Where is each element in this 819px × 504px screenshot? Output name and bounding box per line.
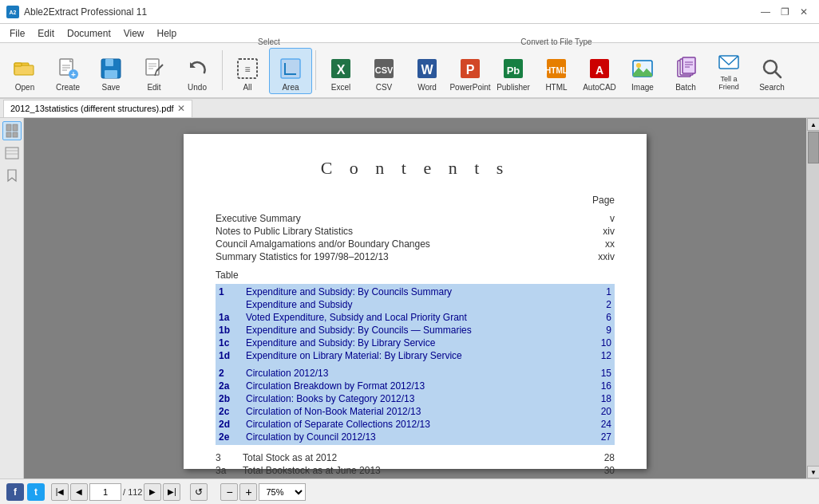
zoom-select[interactable]: 50% 75% 100% 125% 150% 200% — [259, 483, 306, 501]
toc-hi-row: 1 Expenditure and Subsidy: By Councils S… — [219, 285, 611, 298]
window-controls[interactable]: — ❐ ✕ — [757, 3, 813, 21]
toc-hi-page: 2 — [588, 299, 611, 310]
all-button[interactable]: ≡ All — [226, 48, 269, 94]
edit-button[interactable]: Edit — [133, 48, 176, 94]
tell-icon — [716, 50, 742, 74]
side-bookmark-button[interactable] — [2, 166, 22, 185]
batch-button[interactable]: Batch — [664, 48, 707, 94]
svg-rect-53 — [13, 132, 18, 137]
csv-icon: CSV — [371, 56, 397, 81]
toc-hi-text: Expenditure and Subsidy: By Councils Sum… — [243, 286, 588, 297]
svg-text:W: W — [421, 63, 433, 77]
undo-button[interactable]: Undo — [176, 48, 219, 94]
tab-bar: 2012_13statistics (different structures)… — [0, 99, 819, 118]
toc-hi-row: 2a Circulation Breakdown by Format 2012/… — [219, 380, 611, 392]
scroll-track[interactable] — [807, 131, 819, 466]
svg-rect-43 — [682, 57, 695, 73]
toc-row: Notes to Public Library Statistics xiv — [216, 225, 615, 238]
restore-button[interactable]: ❐ — [776, 3, 793, 21]
last-page-button[interactable]: ▶| — [163, 483, 180, 501]
toolbar: Open + Create — [0, 43, 819, 99]
facebook-button[interactable]: f — [6, 483, 24, 501]
excel-button[interactable]: X Excel — [319, 48, 362, 94]
image-button[interactable]: Image — [621, 48, 664, 94]
toc-hi-text: Circulation 2012/13 — [243, 368, 588, 379]
csv-button[interactable]: CSV CSV — [362, 48, 406, 94]
autocad-button[interactable]: A AutoCAD — [578, 48, 621, 94]
pdf-tab[interactable]: 2012_13statistics (different structures)… — [3, 100, 192, 117]
toc-section-table: Table — [216, 270, 615, 281]
toc-n-page: 32 — [583, 478, 615, 478]
undo-icon — [184, 56, 210, 81]
open-button[interactable]: Open — [3, 48, 46, 94]
svg-text:Pb: Pb — [507, 65, 520, 77]
toc-n-num: 3b — [216, 478, 239, 478]
side-pages-button[interactable] — [2, 121, 22, 140]
toc-hi-num: 2e — [219, 431, 243, 443]
menu-document[interactable]: Document — [61, 24, 117, 42]
search-button[interactable]: Search — [750, 48, 793, 94]
zoom-in-button[interactable]: + — [239, 483, 257, 501]
minimize-button[interactable]: — — [757, 3, 774, 21]
save-button[interactable]: Save — [89, 48, 133, 94]
toc-hi-text: Expenditure and Subsidy: By Library Serv… — [243, 337, 588, 348]
title-bar-left: A2 Able2Extract Professional 11 — [6, 6, 147, 18]
scroll-thumb[interactable] — [808, 132, 819, 163]
menu-view[interactable]: View — [117, 24, 151, 42]
menu-help[interactable]: Help — [151, 24, 184, 42]
toc-hi-num: 1b — [219, 325, 243, 336]
scroll-up-button[interactable]: ▲ — [807, 118, 819, 131]
toc-hi-page: 27 — [588, 431, 611, 443]
first-page-button[interactable]: |◀ — [51, 483, 69, 501]
svg-rect-4 — [14, 63, 22, 66]
twitter-button[interactable]: t — [27, 483, 45, 501]
svg-rect-52 — [6, 132, 11, 137]
toc-hi-row: 2b Circulation: Books by Category 2012/1… — [219, 392, 611, 405]
toc-row: Council Amalgamations and/or Boundary Ch… — [216, 238, 615, 250]
zoom-controls: − + 50% 75% 100% 125% 150% 200% — [220, 483, 306, 501]
svg-rect-54 — [6, 148, 18, 159]
save-icon — [98, 56, 124, 81]
open-label: Open — [15, 83, 34, 92]
close-button[interactable]: ✕ — [795, 3, 813, 21]
toc-hi-page: 20 — [588, 406, 611, 417]
page-number-input[interactable]: 1 — [89, 483, 121, 501]
next-page-button[interactable]: ▶ — [144, 483, 161, 501]
area-icon — [278, 56, 303, 81]
scroll-down-button[interactable]: ▼ — [807, 466, 819, 478]
publisher-label: Publisher — [497, 83, 530, 92]
menu-file[interactable]: File — [3, 24, 31, 42]
prev-page-button[interactable]: ◀ — [70, 483, 88, 501]
rotate-button[interactable]: ↺ — [190, 483, 208, 501]
svg-marker-57 — [8, 170, 16, 181]
pdf-viewer[interactable]: C o n t e n t s Page Executive Summary v… — [24, 118, 806, 478]
area-button[interactable]: Area — [269, 48, 312, 94]
powerpoint-button[interactable]: P PowerPoint — [449, 48, 492, 94]
html-button[interactable]: HTML HTML — [535, 48, 578, 94]
toolbar-sep-2 — [315, 50, 316, 90]
all-label: All — [243, 83, 251, 92]
toc-n-text: Total of Non-Book Material as at June 20… — [239, 478, 583, 478]
save-label: Save — [102, 83, 121, 92]
scrollbar-right[interactable]: ▲ ▼ — [806, 118, 819, 478]
pdf-page-label: Page — [216, 195, 615, 206]
svg-text:A2: A2 — [10, 10, 17, 15]
tell-button[interactable]: Tell a Friend — [707, 48, 750, 94]
side-thumb-button[interactable] — [2, 144, 22, 163]
all-icon: ≡ — [235, 56, 260, 81]
menu-edit[interactable]: Edit — [31, 24, 61, 42]
toc-hi-text: Voted Expenditure, Subsidy and Local Pri… — [243, 312, 588, 323]
publisher-button[interactable]: Pb Publisher — [492, 48, 535, 94]
word-label: Word — [417, 83, 437, 92]
toc-n-page: 30 — [583, 465, 615, 476]
tab-close-button[interactable]: ✕ — [177, 103, 185, 114]
zoom-out-button[interactable]: − — [220, 483, 238, 501]
create-button[interactable]: + Create — [46, 48, 89, 94]
word-button[interactable]: W Word — [406, 48, 449, 94]
html-label: HTML — [545, 83, 567, 92]
powerpoint-label: PowerPoint — [449, 83, 490, 92]
toc-hi-page: 24 — [588, 419, 611, 430]
toc-hi-row: 1d Expenditure on Library Material: By L… — [219, 349, 611, 362]
toc-hi-text: Circulation: Books by Category 2012/13 — [243, 393, 588, 404]
toc-n-num: 3a — [216, 465, 239, 476]
